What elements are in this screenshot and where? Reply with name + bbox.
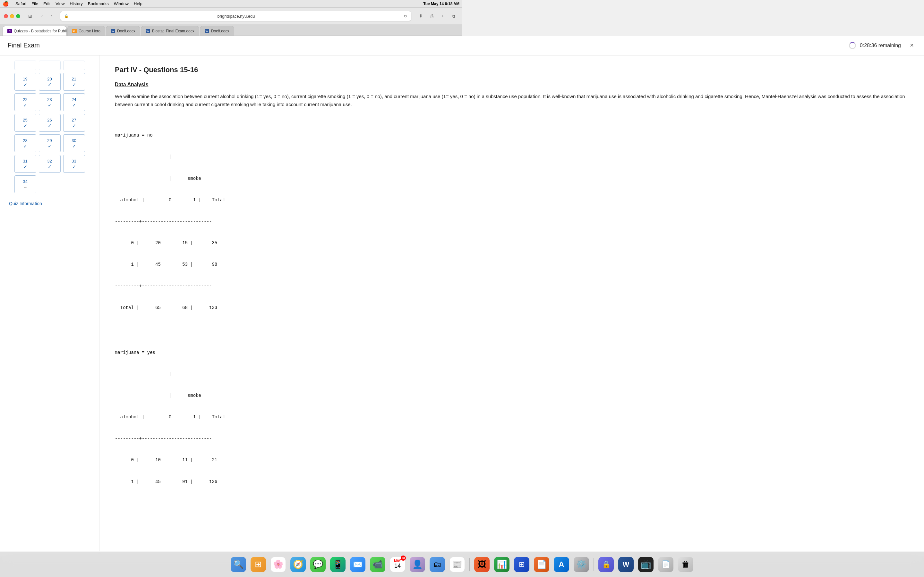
quiz-header: Final Exam 0:28:36 remaining × — [0, 36, 462, 55]
question-cell-28[interactable]: 28 ✓ — [15, 134, 36, 152]
question-cell-31[interactable]: 31 ✓ — [15, 155, 36, 173]
question-cell-25[interactable]: 25 ✓ — [15, 114, 36, 132]
table-no-divider-top: | — [115, 153, 462, 160]
q-check-29: ✓ — [48, 143, 52, 149]
q-number-23: 23 — [47, 97, 52, 102]
section-heading: Data Analysis — [115, 82, 462, 87]
tab-doc8-1[interactable]: W Doc8.docx — [106, 26, 140, 35]
table-no-header: marijuana = no — [115, 132, 462, 139]
question-cell-30[interactable]: 30 ✓ — [63, 134, 85, 152]
main-content: Part IV - Questions 15-16 Data Analysis … — [99, 55, 462, 288]
question-cell-20[interactable]: 20 ✓ — [39, 73, 61, 91]
body-text: We will examine the association between … — [115, 93, 462, 109]
question-cell-33[interactable]: 33 ✓ — [63, 155, 85, 173]
q-check-24: ✓ — [72, 103, 76, 108]
tab-favicon-word2: W — [145, 29, 150, 33]
menu-help[interactable]: Help — [134, 1, 142, 6]
menu-edit[interactable]: Edit — [43, 1, 50, 6]
q-check-28: ✓ — [23, 143, 27, 149]
reload-button[interactable]: ↺ — [404, 14, 407, 19]
question-cell-partial1[interactable] — [15, 61, 36, 70]
question-cell-32[interactable]: 32 ✓ — [39, 155, 61, 173]
q-number-20: 20 — [47, 77, 52, 81]
back-button[interactable]: ‹ — [37, 11, 47, 21]
share-button[interactable]: ⎙ — [427, 11, 436, 21]
table-no-row1: 1 | 45 53 | 98 — [115, 261, 462, 268]
new-tab-button[interactable]: ＋ — [438, 11, 447, 21]
menu-window[interactable]: Window — [114, 1, 129, 6]
sidebar-toggle-button[interactable]: ⊞ — [25, 11, 35, 21]
question-cell-22[interactable]: 22 ✓ — [15, 93, 36, 111]
q-number-34: 34 — [23, 179, 27, 184]
url-text: brightspace.nyu.edu — [71, 14, 402, 19]
q-number-30: 30 — [71, 138, 76, 143]
browser-chrome: ⊞ ‹ › 🔒 brightspace.nyu.edu ↺ ⬇ ⎙ ＋ ⧉ N … — [0, 8, 462, 36]
url-bar[interactable]: 🔒 brightspace.nyu.edu ↺ — [60, 11, 411, 21]
q-check-21: ✓ — [72, 82, 76, 87]
tab-favicon-word3: W — [205, 29, 209, 33]
menu-safari[interactable]: Safari — [15, 1, 26, 6]
question-cell-24[interactable]: 24 ✓ — [63, 93, 85, 111]
q-number-26: 26 — [47, 118, 52, 122]
quiz-information-link[interactable]: Quiz Information — [9, 201, 94, 206]
q-check-27: ✓ — [72, 123, 76, 128]
question-cell-partial2[interactable] — [39, 61, 61, 70]
q-check-33: ✓ — [72, 164, 76, 169]
question-cell-34[interactable]: 34 -- — [15, 175, 36, 193]
stat-table-no: marijuana = no | | smoke alcohol | 0 1 |… — [115, 118, 462, 289]
q-check-22: ✓ — [23, 103, 27, 108]
window-minimize-button[interactable] — [10, 14, 14, 18]
question-cell-23[interactable]: 23 ✓ — [39, 93, 61, 111]
forward-button[interactable]: › — [47, 11, 56, 21]
q-number-22: 22 — [23, 97, 27, 102]
tab-biostat[interactable]: W Biostat_Final Exam.docx — [141, 26, 199, 35]
tabs-bar: N Quizzes - Biostatistics for Public Hea… — [0, 24, 462, 36]
apple-menu[interactable]: 🍎 — [3, 1, 9, 7]
q-check-26: ✓ — [48, 123, 52, 128]
tab-favicon-nyu: N — [7, 29, 12, 33]
tabs-overview-button[interactable]: ⧉ — [449, 11, 458, 21]
q-number-29: 29 — [47, 138, 52, 143]
menu-view[interactable]: View — [55, 1, 65, 6]
tab-quizzes[interactable]: N Quizzes - Biostatistics for Public Hea… — [3, 26, 67, 35]
tab-doc8-2[interactable]: W Doc8.docx — [200, 26, 234, 35]
question-cell-19[interactable]: 19 ✓ — [15, 73, 36, 91]
question-cell-partial3[interactable] — [63, 61, 85, 70]
window-close-button[interactable] — [4, 14, 8, 18]
menu-history[interactable]: History — [69, 1, 82, 6]
q-number-24: 24 — [71, 97, 76, 102]
question-cell-26[interactable]: 26 ✓ — [39, 114, 61, 132]
q-number-31: 31 — [23, 159, 27, 163]
q-number-33: 33 — [71, 159, 76, 163]
tab-label-doc8-2: Doc8.docx — [211, 29, 229, 33]
download-button[interactable]: ⬇ — [417, 11, 425, 21]
question-cell-27[interactable]: 27 ✓ — [63, 114, 85, 132]
menu-bar-right: Tue May 14 6:18 AM — [423, 2, 459, 6]
q-check-23: ✓ — [48, 103, 52, 108]
q-number-27: 27 — [71, 118, 76, 122]
tab-label-coursehero: Course Hero — [79, 29, 100, 33]
table-no-row0: 0 | 20 15 | 35 — [115, 239, 462, 247]
table-no-col-sub: alcohol | 0 1 | Total — [115, 197, 462, 203]
window-maximize-button[interactable] — [16, 14, 20, 18]
tab-label-quizzes: Quizzes - Biostatistics for Public Healt… — [14, 29, 67, 33]
tab-coursehero[interactable]: CH Course Hero — [67, 26, 105, 35]
question-cell-21[interactable]: 21 ✓ — [63, 73, 85, 91]
menu-bookmarks[interactable]: Bookmarks — [88, 1, 109, 6]
q-dash-34: -- — [24, 185, 27, 190]
security-icon: 🔒 — [64, 14, 69, 18]
q-check-32: ✓ — [48, 164, 52, 169]
q-number-28: 28 — [23, 138, 27, 143]
q-number-32: 32 — [47, 159, 52, 163]
menu-file[interactable]: File — [31, 1, 38, 6]
q-number-21: 21 — [71, 77, 76, 81]
table-no-col-header: | smoke — [115, 175, 462, 182]
menu-bar: 🍎 Safari File Edit View History Bookmark… — [0, 0, 462, 8]
q-check-30: ✓ — [72, 143, 76, 149]
table-no-divider1: ---------+-----------------+-------- — [115, 218, 462, 225]
q-check-19: ✓ — [23, 82, 27, 87]
question-cell-29[interactable]: 29 ✓ — [39, 134, 61, 152]
tab-favicon-coursehero: CH — [72, 29, 77, 33]
tab-label-doc8-1: Doc8.docx — [117, 29, 136, 33]
tab-favicon-word1: W — [111, 29, 115, 33]
